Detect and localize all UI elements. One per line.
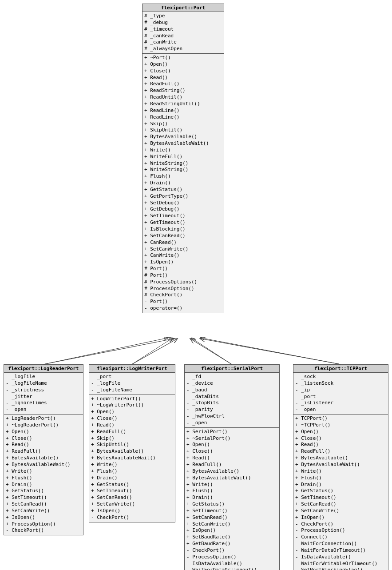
port-methods: + ~Port() + Open() + Close() + Read() + … [143,54,224,313]
svg-line-3 [200,338,341,364]
logwriterport-fields: - _port - _logFile - _logFileName [89,373,175,395]
svg-line-7 [190,339,232,364]
tcpport-title: flexiport::TCPPort [293,365,388,373]
tcpport-methods: + TCPPort() + ~TCPPort() + Open() + Clos… [293,415,388,570]
logreaderport-box: flexiport::LogReaderPort - _logFile - _l… [4,364,83,535]
svg-line-2 [191,338,232,364]
logreaderport-title: flexiport::LogReaderPort [4,365,83,373]
logreaderport-fields: - _logFile - _logFileName - _strictness … [4,373,83,415]
svg-line-5 [44,339,174,364]
logwriterport-methods: + LogWriterPort() + ~LogWriterPort() + O… [89,395,175,522]
serialport-title: flexiport::SerialPort [185,365,279,373]
serialport-fields: - _fd - _device - _baud - _dataBits - _s… [185,373,279,428]
logwriterport-title: flexiport::LogWriterPort [89,365,175,373]
port-title: flexiport::Port [143,4,224,12]
serialport-box: flexiport::SerialPort - _fd - _device - … [184,364,280,570]
tcpport-box: flexiport::TCPPort - _sock - _listenSock… [293,364,388,570]
svg-line-0 [44,338,169,364]
diagram-container: flexiport::Port # _type # _debug # _time… [0,0,392,570]
svg-line-1 [132,338,173,364]
svg-line-8 [200,339,341,364]
tcpport-fields: - _sock - _listenSock - _ip - _port - _i… [293,373,388,415]
svg-line-6 [132,339,178,364]
port-fields: # _type # _debug # _timeout # _canRead #… [143,12,224,54]
logwriterport-box: flexiport::LogWriterPort - _port - _logF… [89,364,175,522]
logreaderport-methods: + LogReaderPort() + ~LogReaderPort() + O… [4,415,83,535]
serialport-methods: + SerialPort() + ~SerialPort() + Open() … [185,428,279,570]
port-box: flexiport::Port # _type # _debug # _time… [142,4,224,313]
